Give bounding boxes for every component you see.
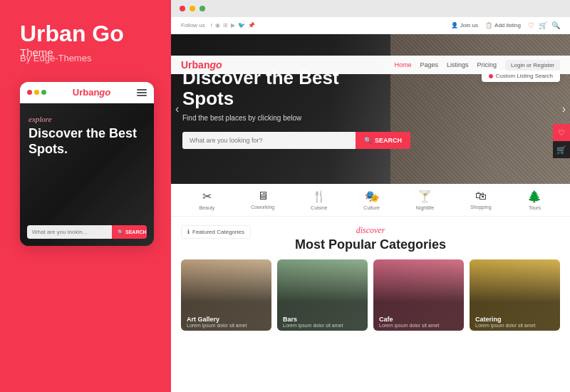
hero-search-input[interactable] [182, 132, 356, 149]
tours-icon: 🌲 [527, 190, 542, 203]
mobile-search-icon: 🔍 [118, 229, 124, 235]
join-us-label: Join us [460, 22, 478, 29]
nav-home[interactable]: Home [395, 61, 412, 68]
hero-arrow-right[interactable]: › [562, 103, 566, 115]
catering-name: Catering [475, 316, 554, 323]
add-listing-label: Add listing [494, 22, 521, 29]
logo-text: Urban [181, 59, 209, 71]
category-icons-bar: ✂ Beauty 🖥 Coworking 🍴 Cuisine 🎭 Culture… [171, 184, 570, 217]
category-culture[interactable]: 🎭 Culture [363, 190, 380, 210]
category-tours[interactable]: 🌲 Tours [527, 190, 542, 210]
mobile-dot-yellow [34, 90, 39, 95]
mobile-explore-label: explore [28, 115, 145, 123]
add-icon: 📋 [485, 22, 492, 29]
nav-links: Home Pages Listings Pricing Login or Reg… [395, 60, 561, 71]
nightlife-label: Nightlife [416, 205, 434, 210]
shopping-label: Shopping [470, 205, 492, 210]
category-card-bars[interactable]: Bars Lorem ipsum dolor sit amet [277, 259, 368, 331]
shopping-icon: 🛍 [475, 190, 487, 202]
logo-script: go [209, 59, 222, 71]
cafe-label: Cafe Lorem ipsum dolor sit amet [373, 311, 464, 331]
hero-content: explore Discover the Best Spots Find the… [171, 34, 570, 159]
category-card-art-gallery[interactable]: Art Gallery Lorem ipsum dolor sit amet [181, 259, 271, 331]
categories-row: Art Gallery Lorem ipsum dolor sit amet B… [181, 259, 560, 331]
site-nav-top: Follow us f ◉ ⊞ ▶ 🐦 📌 👤 Join us 📋 Add [171, 17, 570, 34]
brand-by: By Edge-Themes [20, 53, 151, 63]
browser-chrome [171, 0, 570, 17]
mobile-search-input[interactable] [27, 225, 112, 239]
category-cuisine[interactable]: 🍴 Cuisine [311, 190, 327, 210]
mobile-dots [27, 90, 46, 95]
nav-pages[interactable]: Pages [420, 61, 439, 68]
category-coworking[interactable]: 🖥 Coworking [251, 190, 274, 210]
popular-section: discover Most Popular Categories ℹ Featu… [171, 217, 570, 392]
hero-search-bar: 🔍 SEARCH [182, 132, 410, 149]
cart-icon[interactable]: 🛒 [539, 21, 547, 29]
hero-search-button[interactable]: 🔍 SEARCH [356, 132, 410, 149]
category-card-cafe[interactable]: Cafe Lorem ipsum dolor sit amet [373, 259, 464, 331]
catering-label: Catering Lorem ipsum dolor sit amet [470, 311, 560, 331]
category-beauty[interactable]: ✂ Beauty [199, 190, 214, 210]
site-nav-right: 👤 Join us 📋 Add listing ♡ 🛒 🔍 [451, 21, 560, 29]
mobile-search-label: SEARCH [125, 229, 147, 234]
mobile-hero-title: Discover the Best Spots. [28, 126, 145, 157]
nav-icons: ♡ 🛒 🔍 [528, 21, 560, 29]
mobile-dot-red [27, 90, 32, 95]
facebook-icon[interactable]: f [211, 22, 212, 29]
twitter-icon[interactable]: 🐦 [238, 22, 245, 29]
featured-categories-badge[interactable]: ℹ Featured Categories [181, 225, 251, 239]
site-logo: Urbango [181, 59, 222, 71]
nav-listings[interactable]: Listings [447, 61, 469, 68]
mobile-hamburger-icon[interactable] [137, 89, 147, 96]
website-mockup: Follow us f ◉ ⊞ ▶ 🐦 📌 👤 Join us 📋 Add [171, 17, 570, 392]
search-nav-icon[interactable]: 🔍 [551, 21, 560, 29]
culture-label: Culture [363, 205, 380, 210]
social-icons: f ◉ ⊞ ▶ 🐦 📌 [211, 22, 255, 29]
listing-dot [489, 74, 493, 78]
mobile-mockup: Urbango explore Discover the Best Spots.… [20, 82, 154, 246]
art-gallery-name: Art Gallery [187, 316, 266, 323]
join-us-link[interactable]: 👤 Join us [451, 22, 478, 29]
search-icon: 🔍 [364, 137, 372, 144]
category-card-catering[interactable]: Catering Lorem ipsum dolor sit amet [470, 259, 560, 331]
beauty-label: Beauty [199, 205, 214, 210]
cuisine-label: Cuisine [311, 205, 327, 210]
grid-icon[interactable]: ⊞ [223, 22, 228, 29]
coworking-label: Coworking [251, 205, 274, 210]
hero-search-btn-label: SEARCH [375, 137, 402, 144]
catering-desc: Lorem ipsum dolor sit amet [475, 323, 554, 328]
culture-icon: 🎭 [365, 190, 379, 203]
heart-icon[interactable]: ♡ [528, 21, 534, 29]
bars-name: Bars [283, 316, 362, 323]
site-nav-left: Follow us f ◉ ⊞ ▶ 🐦 📌 [181, 22, 255, 29]
featured-label-text: Featured Categories [192, 229, 244, 235]
category-nightlife[interactable]: 🍸 Nightlife [416, 190, 434, 210]
browser-dot-yellow [190, 6, 195, 11]
mobile-logo-text: Urban [73, 87, 100, 98]
mobile-logo: Urbango [73, 87, 110, 98]
brand-title: Urban Go [20, 21, 151, 46]
youtube-icon[interactable]: ▶ [231, 22, 235, 29]
popular-title: Most Popular Categories [181, 237, 560, 252]
instagram-icon[interactable]: ◉ [215, 22, 220, 29]
add-listing-link[interactable]: 📋 Add listing [485, 22, 521, 29]
nav-login-link[interactable]: Login or Register [505, 60, 560, 71]
nightlife-icon: 🍸 [418, 190, 432, 203]
art-gallery-desc: Lorem ipsum dolor sit amet [187, 323, 266, 328]
user-icon: 👤 [451, 22, 458, 29]
category-shopping[interactable]: 🛍 Shopping [470, 190, 492, 210]
cuisine-icon: 🍴 [312, 190, 326, 203]
hero-subtitle: Find the best places by clicking below [182, 114, 559, 122]
tours-label: Tours [529, 205, 541, 210]
browser-dot-green [200, 6, 205, 11]
bars-desc: Lorem ipsum dolor sit amet [283, 323, 362, 328]
site-hero: Urbango Home Pages Listings Pricing Logi… [171, 34, 570, 184]
mobile-search-button[interactable]: 🔍 SEARCH [112, 225, 147, 239]
follow-us-label: Follow us [181, 22, 205, 29]
mobile-dot-green [41, 90, 46, 95]
hero-arrow-left[interactable]: ‹ [175, 103, 179, 115]
pinterest-icon[interactable]: 📌 [248, 22, 255, 29]
bars-label: Bars Lorem ipsum dolor sit amet [277, 311, 368, 331]
nav-pricing[interactable]: Pricing [477, 61, 497, 68]
mobile-hero-content: explore Discover the Best Spots. [20, 103, 154, 164]
